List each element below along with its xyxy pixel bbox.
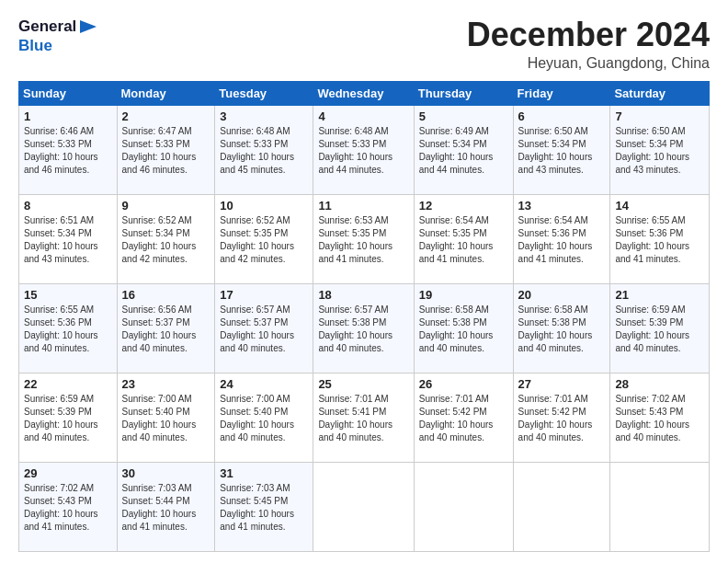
calendar-table: Sunday Monday Tuesday Wednesday Thursday… [18, 81, 710, 552]
calendar-header-row: Sunday Monday Tuesday Wednesday Thursday… [19, 81, 710, 105]
day-info: Sunrise: 7:03 AM Sunset: 5:45 PM Dayligh… [220, 482, 308, 534]
day-info: Sunrise: 7:01 AM Sunset: 5:42 PM Dayligh… [419, 393, 508, 444]
day-info: Sunrise: 6:49 AM Sunset: 5:34 PM Dayligh… [419, 125, 508, 177]
day-info: Sunrise: 6:57 AM Sunset: 5:38 PM Dayligh… [318, 304, 408, 355]
table-row: 31Sunrise: 7:03 AM Sunset: 5:45 PM Dayli… [215, 462, 313, 551]
logo-blue: Blue [18, 37, 98, 55]
svg-marker-0 [80, 20, 97, 33]
day-info: Sunrise: 6:58 AM Sunset: 5:38 PM Dayligh… [419, 304, 508, 355]
day-number: 18 [318, 288, 408, 302]
table-row: 12Sunrise: 6:54 AM Sunset: 5:35 PM Dayli… [414, 194, 513, 283]
day-info: Sunrise: 7:00 AM Sunset: 5:40 PM Dayligh… [220, 393, 308, 444]
day-info: Sunrise: 7:01 AM Sunset: 5:42 PM Dayligh… [518, 393, 606, 444]
day-info: Sunrise: 6:50 AM Sunset: 5:34 PM Dayligh… [518, 125, 606, 177]
header: General Blue December 2024 Heyuan, Guang… [18, 17, 710, 72]
day-number: 13 [518, 199, 606, 213]
day-info: Sunrise: 6:51 AM Sunset: 5:34 PM Dayligh… [24, 214, 112, 266]
day-info: Sunrise: 6:55 AM Sunset: 5:36 PM Dayligh… [615, 214, 704, 266]
day-info: Sunrise: 6:55 AM Sunset: 5:36 PM Dayligh… [24, 304, 112, 355]
title-block: December 2024 Heyuan, Guangdong, China [467, 17, 710, 72]
day-number: 3 [220, 109, 308, 123]
day-number: 5 [419, 109, 508, 123]
day-number: 12 [419, 199, 508, 213]
day-number: 9 [122, 199, 210, 213]
day-number: 23 [122, 377, 210, 391]
table-row: 21Sunrise: 6:59 AM Sunset: 5:39 PM Dayli… [610, 283, 710, 373]
table-row: 18Sunrise: 6:57 AM Sunset: 5:38 PM Dayli… [313, 283, 414, 373]
day-number: 27 [518, 377, 606, 391]
day-info: Sunrise: 6:52 AM Sunset: 5:34 PM Dayligh… [122, 214, 210, 266]
calendar-week-row: 29Sunrise: 7:02 AM Sunset: 5:43 PM Dayli… [19, 462, 710, 551]
table-row: 22Sunrise: 6:59 AM Sunset: 5:39 PM Dayli… [19, 373, 118, 462]
day-number: 26 [419, 377, 508, 391]
day-info: Sunrise: 6:53 AM Sunset: 5:35 PM Dayligh… [318, 214, 408, 266]
day-info: Sunrise: 7:01 AM Sunset: 5:41 PM Dayligh… [318, 393, 408, 444]
day-number: 2 [122, 109, 210, 123]
day-info: Sunrise: 7:03 AM Sunset: 5:44 PM Dayligh… [122, 482, 210, 534]
day-info: Sunrise: 6:59 AM Sunset: 5:39 PM Dayligh… [24, 393, 112, 444]
day-number: 19 [419, 288, 508, 302]
day-info: Sunrise: 6:57 AM Sunset: 5:37 PM Dayligh… [220, 304, 308, 355]
day-number: 21 [615, 288, 704, 302]
day-info: Sunrise: 6:48 AM Sunset: 5:33 PM Dayligh… [318, 125, 408, 177]
day-info: Sunrise: 6:50 AM Sunset: 5:34 PM Dayligh… [615, 125, 704, 177]
header-friday: Friday [513, 81, 610, 105]
day-number: 31 [220, 466, 308, 480]
table-row: 6Sunrise: 6:50 AM Sunset: 5:34 PM Daylig… [513, 105, 610, 194]
day-number: 15 [24, 288, 112, 302]
table-row: 5Sunrise: 6:49 AM Sunset: 5:34 PM Daylig… [414, 105, 513, 194]
table-row: 27Sunrise: 7:01 AM Sunset: 5:42 PM Dayli… [513, 373, 610, 462]
day-info: Sunrise: 6:59 AM Sunset: 5:39 PM Dayligh… [615, 304, 704, 355]
calendar-week-row: 15Sunrise: 6:55 AM Sunset: 5:36 PM Dayli… [19, 283, 710, 373]
table-row: 30Sunrise: 7:03 AM Sunset: 5:44 PM Dayli… [117, 462, 215, 551]
day-number: 22 [24, 377, 112, 391]
logo-general: General [18, 17, 76, 36]
calendar-week-row: 22Sunrise: 6:59 AM Sunset: 5:39 PM Dayli… [19, 373, 710, 462]
table-row [313, 462, 414, 551]
table-row: 19Sunrise: 6:58 AM Sunset: 5:38 PM Dayli… [414, 283, 513, 373]
table-row: 29Sunrise: 7:02 AM Sunset: 5:43 PM Dayli… [19, 462, 118, 551]
page: General Blue December 2024 Heyuan, Guang… [0, 0, 728, 563]
logo-arrow-icon [78, 17, 98, 37]
table-row: 7Sunrise: 6:50 AM Sunset: 5:34 PM Daylig… [610, 105, 710, 194]
day-number: 10 [220, 199, 308, 213]
table-row: 28Sunrise: 7:02 AM Sunset: 5:43 PM Dayli… [610, 373, 710, 462]
table-row: 16Sunrise: 6:56 AM Sunset: 5:37 PM Dayli… [117, 283, 215, 373]
day-number: 6 [518, 109, 606, 123]
day-info: Sunrise: 7:00 AM Sunset: 5:40 PM Dayligh… [122, 393, 210, 444]
table-row: 1Sunrise: 6:46 AM Sunset: 5:33 PM Daylig… [19, 105, 118, 194]
logo: General Blue [18, 17, 98, 55]
month-title: December 2024 [467, 17, 710, 53]
day-number: 16 [122, 288, 210, 302]
table-row: 4Sunrise: 6:48 AM Sunset: 5:33 PM Daylig… [313, 105, 414, 194]
day-info: Sunrise: 6:54 AM Sunset: 5:35 PM Dayligh… [419, 214, 508, 266]
day-number: 29 [24, 466, 112, 480]
calendar-week-row: 8Sunrise: 6:51 AM Sunset: 5:34 PM Daylig… [19, 194, 710, 283]
day-number: 28 [615, 377, 704, 391]
calendar-week-row: 1Sunrise: 6:46 AM Sunset: 5:33 PM Daylig… [19, 105, 710, 194]
header-thursday: Thursday [414, 81, 513, 105]
header-sunday: Sunday [19, 81, 118, 105]
table-row: 25Sunrise: 7:01 AM Sunset: 5:41 PM Dayli… [313, 373, 414, 462]
day-number: 7 [615, 109, 704, 123]
table-row: 14Sunrise: 6:55 AM Sunset: 5:36 PM Dayli… [610, 194, 710, 283]
day-number: 20 [518, 288, 606, 302]
day-number: 4 [318, 109, 408, 123]
day-info: Sunrise: 6:58 AM Sunset: 5:38 PM Dayligh… [518, 304, 606, 355]
table-row: 20Sunrise: 6:58 AM Sunset: 5:38 PM Dayli… [513, 283, 610, 373]
day-info: Sunrise: 6:54 AM Sunset: 5:36 PM Dayligh… [518, 214, 606, 266]
table-row: 24Sunrise: 7:00 AM Sunset: 5:40 PM Dayli… [215, 373, 313, 462]
header-tuesday: Tuesday [215, 81, 313, 105]
table-row: 2Sunrise: 6:47 AM Sunset: 5:33 PM Daylig… [117, 105, 215, 194]
day-number: 24 [220, 377, 308, 391]
table-row: 10Sunrise: 6:52 AM Sunset: 5:35 PM Dayli… [215, 194, 313, 283]
day-info: Sunrise: 6:52 AM Sunset: 5:35 PM Dayligh… [220, 214, 308, 266]
table-row: 13Sunrise: 6:54 AM Sunset: 5:36 PM Dayli… [513, 194, 610, 283]
day-number: 30 [122, 466, 210, 480]
header-wednesday: Wednesday [313, 81, 414, 105]
day-number: 11 [318, 199, 408, 213]
day-info: Sunrise: 6:47 AM Sunset: 5:33 PM Dayligh… [122, 125, 210, 177]
day-info: Sunrise: 6:46 AM Sunset: 5:33 PM Dayligh… [24, 125, 112, 177]
day-number: 8 [24, 199, 112, 213]
table-row: 23Sunrise: 7:00 AM Sunset: 5:40 PM Dayli… [117, 373, 215, 462]
